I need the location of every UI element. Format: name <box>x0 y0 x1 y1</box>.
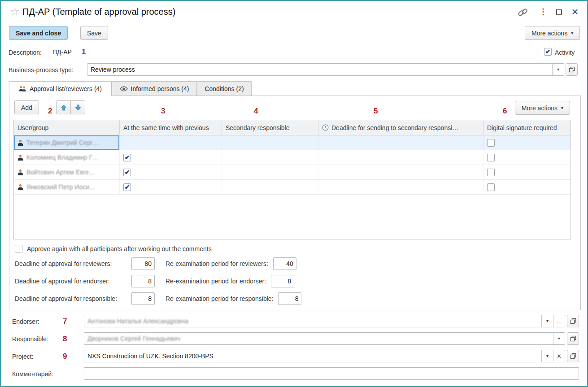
reexam-reviewers-field[interactable] <box>273 257 296 270</box>
deadline-cell[interactable] <box>318 180 483 194</box>
clear-icon[interactable]: ✕ <box>553 350 565 362</box>
comment-field[interactable] <box>84 367 579 380</box>
approve-again-label: Approve again with all participants afte… <box>27 245 212 252</box>
link-icon[interactable] <box>518 7 528 17</box>
table-row[interactable]: Янковский Петр Иоси… ✔ <box>14 180 571 195</box>
deadline-reviewers-field[interactable] <box>131 257 155 270</box>
digital-signature-cell[interactable] <box>483 165 571 179</box>
user-cell[interactable]: Войтович Артем Евге… <box>14 165 120 179</box>
table-row[interactable]: Тетерин Дмитрий Серг… <box>14 135 571 150</box>
same-time-checkbox[interactable]: ✔ <box>123 183 131 191</box>
tab-approval-list[interactable]: Approval list/reviewers (4) <box>9 81 112 96</box>
user-cell[interactable]: Коломиец Владимир Г… <box>14 150 120 165</box>
save-button[interactable]: Save <box>80 26 108 40</box>
person-icon <box>17 184 23 191</box>
person-icon <box>17 139 23 146</box>
secondary-responsible-cell[interactable] <box>222 135 318 150</box>
tab-conditions[interactable]: Conditions (2) <box>197 81 252 96</box>
reexam-endorser-input[interactable] <box>271 275 294 287</box>
open-icon[interactable] <box>566 63 578 76</box>
tab-informed-persons[interactable]: Informed persons (4) <box>112 81 197 96</box>
same-time-cell[interactable]: ✔ <box>120 150 222 165</box>
choose-ellipsis-icon[interactable]: … <box>553 315 565 327</box>
deadline-cell[interactable] <box>318 150 483 165</box>
annotation-marker-8: 8 <box>63 335 67 344</box>
responsible-field[interactable]: ▾ <box>84 332 565 345</box>
deadline-endorser-input[interactable] <box>132 275 154 287</box>
digital-signature-cell[interactable] <box>483 150 571 165</box>
same-time-checkbox[interactable]: ✔ <box>123 169 131 176</box>
approve-again-row: Approve again with all participants afte… <box>15 245 212 252</box>
secondary-responsible-cell[interactable] <box>222 150 318 165</box>
dropdown-caret-icon[interactable]: ▾ <box>552 64 564 75</box>
secondary-responsible-cell[interactable] <box>222 180 318 194</box>
more-menu-icon[interactable]: ⋮ <box>539 7 547 17</box>
endorser-input[interactable] <box>84 315 541 327</box>
table-row[interactable]: Коломиец Владимир Г… ✔ <box>14 150 571 165</box>
digital-signature-cell[interactable] <box>483 180 571 194</box>
reviewers-table: User/group At the same time with previou… <box>13 120 571 239</box>
digital-signature-checkbox[interactable] <box>487 154 495 161</box>
column-header-secondary-responsible[interactable]: Secondary responsible <box>222 120 318 135</box>
reexam-responsible-field[interactable] <box>278 292 301 305</box>
reexam-reviewers-input[interactable] <box>274 258 296 270</box>
move-down-button[interactable] <box>70 100 85 114</box>
digital-signature-checkbox[interactable] <box>487 139 495 147</box>
person-icon <box>17 154 23 161</box>
open-icon[interactable] <box>567 315 579 327</box>
dropdown-caret-icon[interactable]: ▾ <box>541 350 553 362</box>
secondary-responsible-cell[interactable] <box>222 165 318 179</box>
digital-signature-checkbox[interactable] <box>487 183 495 191</box>
save-and-close-button[interactable]: Save and close <box>9 26 68 40</box>
reexam-endorser-field[interactable] <box>271 275 294 287</box>
activity-checkbox[interactable]: ✔ <box>544 48 552 56</box>
project-label: Project: <box>12 353 33 360</box>
digital-signature-checkbox[interactable] <box>487 169 495 176</box>
reexam-responsible-input[interactable] <box>279 293 301 304</box>
deadline-reviewers-input[interactable] <box>132 258 154 270</box>
digital-signature-cell[interactable] <box>483 135 571 150</box>
same-time-checkbox[interactable]: ✔ <box>123 154 131 161</box>
open-icon[interactable] <box>567 332 579 345</box>
project-field[interactable]: ▾ ✕ <box>84 350 565 362</box>
deadline-responsible-field[interactable] <box>131 292 155 305</box>
description-field[interactable]: 1 <box>49 46 537 58</box>
deadline-cell[interactable] <box>318 135 483 150</box>
favorite-star-icon[interactable]: ☆ <box>10 5 20 18</box>
business-process-type-field[interactable]: ▾ <box>87 63 564 76</box>
project-input[interactable] <box>84 350 541 362</box>
dropdown-caret-icon[interactable]: ▾ <box>541 315 553 327</box>
user-cell[interactable]: Янковский Петр Иоси… <box>14 180 120 194</box>
add-button[interactable]: Add <box>14 100 39 114</box>
responsible-label: Responsible: <box>12 335 48 343</box>
tab-label: Approval list/reviewers (4) <box>30 85 102 92</box>
deadline-responsible-input[interactable] <box>132 293 154 304</box>
same-time-cell[interactable] <box>120 135 222 150</box>
save-label: Save <box>87 30 101 37</box>
approve-again-checkbox[interactable] <box>15 245 22 252</box>
endorser-field[interactable]: ▾ … <box>84 315 565 327</box>
dropdown-caret-icon[interactable]: ▾ <box>553 333 565 344</box>
business-process-type-input[interactable] <box>87 64 552 75</box>
more-actions-button[interactable]: More actions ▾ <box>525 26 580 40</box>
deadline-endorser-field[interactable] <box>131 275 155 287</box>
close-icon[interactable]: ✕ <box>571 7 579 17</box>
responsible-input[interactable] <box>84 333 553 344</box>
table-row[interactable]: Войтович Артем Евге… ✔ <box>14 165 571 180</box>
annotation-marker-5: 5 <box>374 107 378 116</box>
table-more-actions-button[interactable]: More actions ▾ <box>515 101 570 115</box>
description-input[interactable] <box>49 46 537 58</box>
column-header-deadline[interactable]: Deadline for sending to secondary respon… <box>318 120 483 135</box>
column-header-user-group[interactable]: User/group <box>14 120 120 135</box>
column-header-digital-signature[interactable]: Digital signature required <box>483 120 571 135</box>
comment-input[interactable] <box>84 368 579 379</box>
move-up-button[interactable] <box>56 100 71 114</box>
same-time-cell[interactable]: ✔ <box>120 165 222 179</box>
deadline-cell[interactable] <box>318 165 483 179</box>
endorser-label: Endorser: <box>12 318 39 325</box>
column-header-same-time[interactable]: At the same time with previous <box>120 120 222 135</box>
maximize-icon[interactable] <box>556 9 562 15</box>
user-cell[interactable]: Тетерин Дмитрий Серг… <box>14 135 120 150</box>
same-time-cell[interactable]: ✔ <box>120 180 222 194</box>
open-icon[interactable] <box>567 350 579 362</box>
